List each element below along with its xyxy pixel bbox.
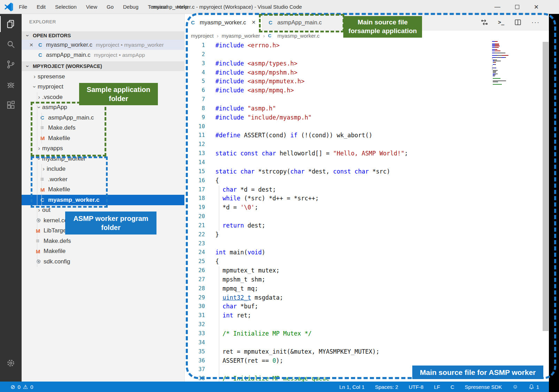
scrollbar[interactable] — [543, 42, 549, 331]
tree-item-sdk-config[interactable]: sdk.config — [22, 256, 184, 267]
open-editor-row[interactable]: CasmpApp_main.cmyproject • asmpApp — [22, 50, 184, 60]
code-line-18[interactable]: 18 while (*src) *d++ = *src++; — [185, 194, 549, 203]
code-line-19[interactable]: 19 *d = '\0'; — [185, 203, 549, 212]
breadcrumb-item[interactable]: myasmp_worker — [222, 33, 260, 39]
code-line-20[interactable]: 20 — [185, 212, 549, 221]
settings-gear-icon[interactable] — [0, 353, 22, 373]
open-changes-icon[interactable] — [481, 18, 488, 26]
code-line-31[interactable]: 31 int ret; — [185, 311, 549, 320]
code-line-15[interactable]: 15static char *strcopy(char *dest, const… — [185, 167, 549, 176]
line-number: 15 — [185, 167, 205, 176]
tree-item-asmpapp-main-c[interactable]: CasmpApp_main.c — [22, 113, 184, 123]
code-line-21[interactable]: 21 return dest; — [185, 221, 549, 230]
tree-item-make-defs[interactable]: ≡Make.defs — [22, 123, 184, 133]
code-line-33[interactable]: 33 /* Initialize MP Mutex */ — [185, 329, 549, 338]
breadcrumb-item[interactable]: myasmp_worker.c — [277, 33, 320, 39]
minimap-line — [492, 54, 513, 54]
line-number: 10 — [185, 122, 205, 131]
tab-asmpapp-main[interactable]: C asmpApp_main.c — [262, 14, 347, 31]
code-line-36[interactable]: 36 ASSERT(ret == 0); — [185, 356, 549, 366]
tree-item-make-defs[interactable]: ≡Make.defs — [22, 236, 184, 246]
code-line-32[interactable]: 32 — [185, 320, 549, 329]
more-actions-icon[interactable]: ··· — [531, 19, 540, 26]
tree-item--worker[interactable]: ≡.worker — [22, 174, 184, 185]
code-line-35[interactable]: 35 ret = mpmutex_init(&mutex, MYASMPKEY_… — [185, 347, 549, 356]
code-line-29[interactable]: 29 uint32_t msgdata; — [185, 293, 549, 302]
terminal-icon[interactable]: >_ — [498, 19, 504, 25]
extensions-icon[interactable] — [0, 95, 22, 115]
status-c[interactable]: C — [451, 384, 454, 390]
breadcrumb-item[interactable]: myproject — [191, 33, 214, 39]
code-line-12[interactable]: 12 — [185, 140, 549, 149]
code-line-24[interactable]: 24int main(void) — [185, 248, 549, 257]
status-spresense-sdk[interactable]: Spresense SDK — [465, 384, 502, 390]
code-line-7[interactable]: 7 — [185, 95, 549, 104]
code-line-13[interactable]: 13static const char helloworld[] = "Hell… — [185, 149, 549, 158]
menu-edit[interactable]: Edit — [37, 4, 46, 10]
code-line-27[interactable]: 27 mpshm_t shm; — [185, 275, 549, 284]
code-line-25[interactable]: 25{ — [185, 257, 549, 266]
tree-item-include[interactable]: ›include — [22, 164, 184, 175]
status-utf-8[interactable]: UTF-8 — [409, 384, 424, 390]
maximize-button[interactable] — [515, 5, 519, 9]
code-line-16[interactable]: 16{ — [185, 176, 549, 185]
tree-item-makefile[interactable]: MMakefile — [22, 133, 184, 144]
tab-myasmp-worker[interactable]: C myasmp_worker.c ✕ — [185, 14, 262, 31]
explorer-icon[interactable] — [0, 14, 22, 34]
line-number: 35 — [185, 347, 205, 356]
section-workspace[interactable]: › MPYROJECT (WORKSPACE) — [22, 61, 184, 71]
menu-help[interactable]: Help — [177, 4, 188, 10]
code-line-17[interactable]: 17 char *d = dest; — [185, 185, 549, 194]
minimize-button[interactable]: — — [495, 3, 500, 10]
open-editor-row[interactable]: ✕Cmyasmp_worker.cmyproject • myasmp_work… — [22, 40, 184, 50]
open-editors-list: ✕Cmyasmp_worker.cmyproject • myasmp_work… — [22, 40, 184, 60]
status-lf[interactable]: LF — [434, 384, 440, 390]
status-ln-1-col-1[interactable]: Ln 1, Col 1 — [339, 384, 365, 390]
code-line-30[interactable]: 30 char *buf; — [185, 302, 549, 311]
minimap-line — [492, 75, 513, 75]
menu-debug[interactable]: Debug — [123, 4, 138, 10]
close-button[interactable]: ✕ — [534, 3, 539, 11]
split-editor-icon[interactable] — [514, 18, 522, 26]
code-line-28[interactable]: 28 mpmq_t mq; — [185, 284, 549, 293]
code-line-11[interactable]: 11#define ASSERT(cond) if (!(cond)) wk_a… — [185, 131, 549, 140]
debug-icon[interactable] — [0, 75, 22, 95]
search-icon[interactable] — [0, 34, 22, 54]
code-line-23[interactable]: 23 — [185, 239, 549, 248]
menu-go[interactable]: Go — [107, 4, 114, 10]
source-control-icon[interactable] — [0, 54, 22, 75]
code-line-22[interactable]: 22} — [185, 230, 549, 239]
close-icon[interactable]: ✕ — [252, 20, 256, 25]
close-icon[interactable]: ✕ — [29, 42, 38, 48]
minimap-line — [492, 52, 513, 52]
feedback-smiley-icon[interactable]: ☺ — [512, 384, 518, 390]
status-spaces-2[interactable]: Spaces: 2 — [375, 384, 398, 390]
minimap-line — [492, 82, 513, 82]
tree-item-myapps[interactable]: ›myapps — [22, 144, 184, 154]
menu-view[interactable]: View — [86, 4, 97, 10]
section-open-editors[interactable]: › OPEN EDITORS — [22, 31, 184, 40]
code-line-10[interactable]: 10 — [185, 122, 549, 131]
tree-item-makefile[interactable]: MMakefile — [22, 185, 184, 195]
code-line-14[interactable]: 14 — [185, 158, 549, 167]
tree-item-label: asmpApp — [42, 104, 67, 111]
tree-item-makefile[interactable]: MMakefile — [22, 246, 184, 257]
code-line-26[interactable]: 26 mpmutex_t mutex; — [185, 266, 549, 275]
bell-icon — [529, 384, 534, 390]
notifications-bell[interactable]: 1 — [529, 384, 539, 390]
code-line-9[interactable]: 9#include "include/myasmp.h" — [185, 113, 549, 122]
menu-selection[interactable]: Selection — [55, 4, 77, 10]
tree-item-label: myapps — [42, 145, 63, 152]
code-line-8[interactable]: 8#include "asmp.h" — [185, 104, 549, 113]
problems-status[interactable]: ⊘ 0 ⚠ 0 — [0, 384, 33, 390]
title-bar: FileEditSelectionViewGoDebugTerminalHelp… — [0, 0, 559, 14]
code-line-34[interactable]: 34 — [185, 338, 549, 347]
menu-terminal[interactable]: Terminal — [148, 4, 168, 10]
code-editor[interactable]: 1#include <errno.h>23#include <asmp/type… — [185, 40, 549, 382]
tree-item-myasmp-worker[interactable]: ›myasmp_worker — [22, 154, 184, 164]
tree-item-spresense[interactable]: ›spresense — [22, 71, 184, 82]
minimap[interactable] — [492, 41, 513, 85]
tree-item-myasmp-worker-c[interactable]: Cmyasmp_worker.c — [22, 195, 184, 205]
menu-file[interactable]: File — [19, 4, 27, 10]
code-line-6[interactable]: 6#include <asmp/mpmq.h> — [185, 86, 549, 95]
